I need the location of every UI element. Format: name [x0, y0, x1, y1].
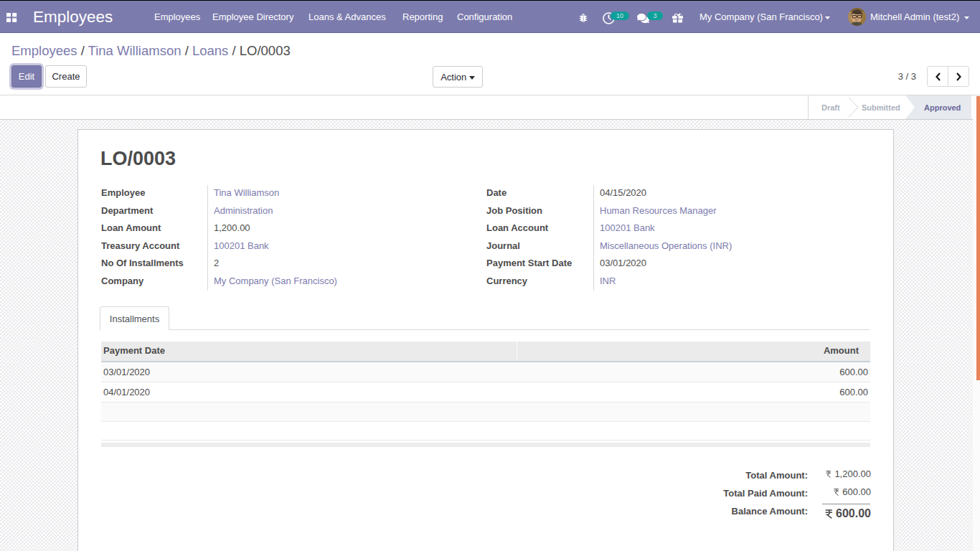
svg-text:Approved: Approved: [924, 103, 961, 112]
svg-text:Draft: Draft: [821, 103, 840, 112]
svg-text:Submitted: Submitted: [862, 103, 900, 112]
